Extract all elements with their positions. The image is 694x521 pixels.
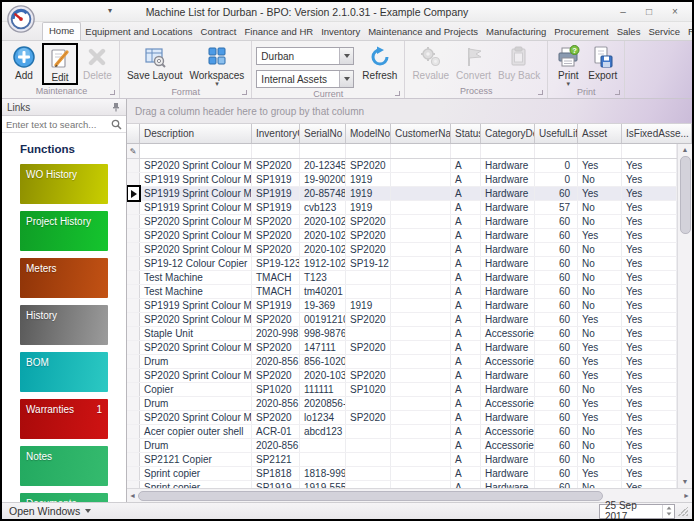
grid-cell-model-no[interactable]: SP2020 <box>346 313 391 326</box>
grid-cell-useful-life[interactable]: 60 <box>535 369 578 382</box>
grid-cell-model-no[interactable]: SP19-12 <box>346 257 391 270</box>
grid-cell-is-fixed-asset[interactable]: Yes <box>622 425 677 438</box>
grid-cell-description[interactable]: SP1919 Sprint Colour MFC <box>140 173 252 186</box>
grid-cell-is-fixed-asset[interactable]: Yes <box>622 271 677 284</box>
grid-cell-is-fixed-asset[interactable]: Yes <box>622 229 677 242</box>
grid-cell-is-fixed-asset[interactable]: Yes <box>622 439 677 452</box>
grid-cell-asset[interactable]: Yes <box>578 369 622 382</box>
grid-cell-is-fixed-asset[interactable]: Yes <box>622 481 677 488</box>
grid-cell-category-desc[interactable]: Accessories <box>481 439 535 452</box>
grid-cell-inventory-code[interactable]: TMACH <box>252 285 300 298</box>
grid-cell-serial-no[interactable]: 2020-103059 <box>300 369 346 382</box>
filter-cell-model-no[interactable] <box>346 144 391 158</box>
grid-cell-serial-no[interactable]: 2020-102045 <box>300 243 346 256</box>
function-button-history[interactable]: History <box>20 305 108 345</box>
grid-cell-description[interactable]: Drum <box>140 397 252 410</box>
grid-cell-useful-life[interactable]: 0 <box>535 173 578 186</box>
grid-cell-status[interactable]: A <box>451 201 481 214</box>
export-button[interactable]: Export <box>585 43 620 81</box>
grid-cell-status[interactable]: A <box>451 215 481 228</box>
grid-cell-serial-no[interactable]: 19-369 <box>300 299 346 312</box>
dialog-launcher-icon[interactable] <box>110 90 115 95</box>
grid-cell-description[interactable]: Drum <box>140 439 252 452</box>
combo-arrow-icon[interactable] <box>339 48 353 64</box>
grid-cell-status[interactable]: A <box>451 271 481 284</box>
table-row[interactable]: SP2020 Sprint Colour Multi Functio...SP2… <box>127 243 677 257</box>
refresh-button[interactable]: Refresh <box>359 43 400 81</box>
grid-cell-model-no[interactable] <box>346 425 391 438</box>
grid-cell-asset[interactable]: No <box>578 243 622 256</box>
grid-cell-category-desc[interactable]: Accessories <box>481 397 535 410</box>
app-logo-icon[interactable] <box>6 4 36 34</box>
scroll-left-icon[interactable]: ◄ <box>129 491 136 501</box>
grid-cell-useful-life[interactable]: 60 <box>535 439 578 452</box>
dialog-launcher-icon[interactable] <box>615 90 620 95</box>
grid-cell-status[interactable]: A <box>451 439 481 452</box>
grid-cell-inventory-code[interactable]: SP1919 <box>252 187 300 200</box>
grid-cell-asset[interactable]: Yes <box>578 411 622 424</box>
grid-cell-useful-life[interactable]: 57 <box>535 201 578 214</box>
grid-cell-inventory-code[interactable]: ACR-01 <box>252 425 300 438</box>
grid-cell-model-no[interactable] <box>346 271 391 284</box>
grid-cell-customer-name[interactable] <box>391 299 451 312</box>
tab-finance-and-hr[interactable]: Finance and HR <box>240 23 317 40</box>
grid-cell-category-desc[interactable]: Hardware <box>481 159 535 172</box>
grid-cell-is-fixed-asset[interactable]: Yes <box>622 243 677 256</box>
grid-cell-inventory-code[interactable]: SP1919 <box>252 201 300 214</box>
grid-cell-customer-name[interactable] <box>391 327 451 340</box>
table-row[interactable]: Sprint copierSP19191919-5555AHardware60N… <box>127 481 677 488</box>
grid-cell-category-desc[interactable]: Accessories <box>481 327 535 340</box>
grid-cell-serial-no[interactable] <box>300 439 346 452</box>
grid-cell-inventory-code[interactable]: SP2020 <box>252 229 300 242</box>
grid-cell-category-desc[interactable]: Hardware <box>481 243 535 256</box>
grid-cell-customer-name[interactable] <box>391 201 451 214</box>
grid-cell-serial-no[interactable]: 2020-102043 <box>300 215 346 228</box>
grid-cell-serial-no[interactable]: 998-987654 <box>300 327 346 340</box>
grid-cell-asset[interactable]: No <box>578 271 622 284</box>
grid-cell-status[interactable]: A <box>451 411 481 424</box>
grid-cell-serial-no[interactable]: 1919-5555 <box>300 481 346 488</box>
grid-cell-inventory-code[interactable]: 2020-856 <box>252 355 300 368</box>
grid-cell-serial-no[interactable]: cvb123 <box>300 201 346 214</box>
grid-cell-description[interactable]: SP2020 Sprint Colour Multi Functio... <box>140 369 252 382</box>
function-button-project-history[interactable]: Project History <box>20 211 108 251</box>
date-spinner[interactable] <box>662 505 674 518</box>
grid-cell-serial-no[interactable]: abcd123 <box>300 425 346 438</box>
grid-cell-customer-name[interactable] <box>391 285 451 298</box>
grid-cell-is-fixed-asset[interactable]: Yes <box>622 467 677 480</box>
grid-cell-inventory-code[interactable]: SP2020 <box>252 369 300 382</box>
grid-cell-asset[interactable]: Yes <box>578 159 622 172</box>
grid-cell-is-fixed-asset[interactable]: Yes <box>622 201 677 214</box>
grid-cell-inventory-code[interactable]: 2020-998 <box>252 327 300 340</box>
grid-cell-description[interactable]: SP1919 Sprint Colour MFC <box>140 187 252 200</box>
grid-cell-useful-life[interactable]: 60 <box>535 341 578 354</box>
grid-cell-status[interactable]: A <box>451 299 481 312</box>
grid-cell-useful-life[interactable]: 60 <box>535 355 578 368</box>
grid-cell-status[interactable]: A <box>451 285 481 298</box>
grid-cell-customer-name[interactable] <box>391 271 451 284</box>
horizontal-scrollbar-thumb[interactable] <box>138 491 603 501</box>
grid-cell-inventory-code[interactable]: SP2020 <box>252 215 300 228</box>
grid-cell-customer-name[interactable] <box>391 453 451 466</box>
grid-cell-status[interactable]: A <box>451 467 481 480</box>
function-button-wo-history[interactable]: WO History <box>20 164 108 204</box>
grid-cell-description[interactable]: SP2020 Sprint Colour Multi Functio... <box>140 229 252 242</box>
grid-cell-is-fixed-asset[interactable]: Yes <box>622 383 677 396</box>
grid-cell-description[interactable]: SP1919 Sprint Colour MFC <box>140 299 252 312</box>
column-header-description[interactable]: Description <box>140 124 252 143</box>
grid-cell-asset[interactable]: Yes <box>578 355 622 368</box>
grid-cell-description[interactable]: Test Machine <box>140 285 252 298</box>
print-button[interactable]: ? Print ▾ <box>552 43 584 86</box>
grid-cell-inventory-code[interactable]: SP1020 <box>252 383 300 396</box>
add-button[interactable]: Add <box>8 43 40 81</box>
maximize-button[interactable]: □ <box>638 5 660 19</box>
filter-cell-category-desc[interactable] <box>481 144 535 158</box>
grid-cell-category-desc[interactable]: Hardware <box>481 215 535 228</box>
vertical-scrollbar[interactable]: ▲ ▼ <box>677 144 692 488</box>
grid-cell-is-fixed-asset[interactable]: Yes <box>622 299 677 312</box>
grid-cell-useful-life[interactable]: 60 <box>535 411 578 424</box>
table-row[interactable]: SP1919 Sprint Colour MFCSP1919cvb1231919… <box>127 201 677 215</box>
table-row[interactable]: SP2121 CopierSP2121AHardware60NoYes <box>127 453 677 467</box>
grid-cell-asset[interactable]: Yes <box>578 341 622 354</box>
grid-cell-inventory-code[interactable]: SP19-123456 <box>252 257 300 270</box>
